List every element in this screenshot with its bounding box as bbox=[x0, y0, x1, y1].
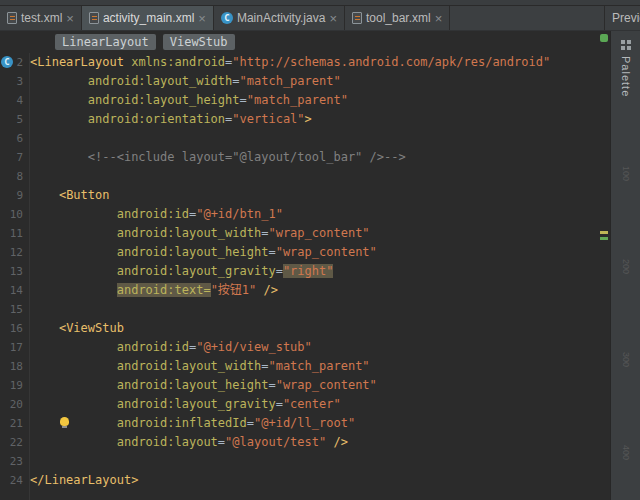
breadcrumb: LinearLayout ViewStub bbox=[0, 31, 640, 53]
line-number: 9 bbox=[16, 189, 23, 202]
tab-label: activity_main.xml bbox=[103, 11, 194, 25]
line-number: 16 bbox=[10, 322, 23, 335]
line-number: 23 bbox=[10, 455, 23, 468]
preview-panel-tab[interactable]: Preview bbox=[604, 6, 640, 30]
code-line[interactable]: android:inflatedId="@+id/ll_root" bbox=[30, 414, 610, 433]
stripe-mark-info[interactable] bbox=[600, 237, 608, 240]
palette-icon bbox=[621, 40, 625, 44]
breadcrumb-viewstub[interactable]: ViewStub bbox=[163, 34, 235, 50]
breadcrumb-linearlayout[interactable]: LinearLayout bbox=[55, 34, 156, 50]
tab-tool-bar-xml[interactable]: tool_bar.xml × bbox=[345, 6, 450, 30]
code-line[interactable]: <Button bbox=[30, 186, 610, 205]
related-class-gutter-icon[interactable]: C bbox=[1, 56, 13, 68]
code-line[interactable]: android:id="@+id/btn_1" bbox=[30, 205, 610, 224]
code-line[interactable] bbox=[30, 300, 610, 319]
code-area[interactable]: <LinearLayout xmlns:android="http://sche… bbox=[30, 53, 610, 500]
code-line[interactable]: android:layout_height="wrap_content" bbox=[30, 243, 610, 262]
code-line[interactable]: <!--<include layout="@layout/tool_bar" /… bbox=[30, 148, 610, 167]
code-line[interactable]: android:layout="@layout/test" /> bbox=[30, 433, 610, 452]
code-line[interactable] bbox=[30, 129, 610, 148]
code-line[interactable]: android:layout_width="match_parent" bbox=[30, 72, 610, 91]
line-number: 20 bbox=[10, 398, 23, 411]
error-stripe bbox=[598, 31, 610, 500]
close-icon[interactable]: × bbox=[435, 12, 443, 25]
line-number: 5 bbox=[16, 113, 23, 126]
right-tool-window-bar: Palette 100 200 300 400 bbox=[610, 31, 640, 500]
code-line[interactable] bbox=[30, 167, 610, 186]
line-number: 22 bbox=[10, 436, 23, 449]
xml-file-icon bbox=[352, 12, 362, 24]
xml-file-icon bbox=[89, 12, 99, 24]
code-line[interactable]: android:orientation="vertical"> bbox=[30, 110, 610, 129]
code-line[interactable] bbox=[30, 452, 610, 471]
close-icon[interactable]: × bbox=[198, 12, 206, 25]
code-line[interactable]: android:id="@+id/view_stub" bbox=[30, 338, 610, 357]
code-line[interactable]: android:layout_height="wrap_content" bbox=[30, 376, 610, 395]
ruler-mark: 100 bbox=[621, 166, 631, 181]
intention-bulb-icon[interactable] bbox=[60, 417, 69, 426]
line-number: 2 bbox=[16, 56, 23, 69]
java-class-icon: C bbox=[221, 12, 233, 24]
line-number: 11 bbox=[10, 227, 23, 240]
code-line[interactable]: android:layout_width="wrap_content" bbox=[30, 224, 610, 243]
code-line[interactable]: <LinearLayout xmlns:android="http://sche… bbox=[30, 53, 610, 72]
ide-window: test.xml × activity_main.xml × C MainAct… bbox=[0, 0, 640, 500]
preview-panel-label: Preview bbox=[612, 11, 640, 25]
line-number: 6 bbox=[16, 132, 23, 145]
code-line[interactable]: <ViewStub bbox=[30, 319, 610, 338]
ruler-mark: 200 bbox=[621, 259, 631, 274]
line-number: 8 bbox=[16, 170, 23, 183]
code-line[interactable]: android:text="按钮1" /> bbox=[30, 281, 610, 300]
code-line[interactable]: android:layout_gravity="center" bbox=[30, 395, 610, 414]
editor-tab-bar: test.xml × activity_main.xml × C MainAct… bbox=[0, 6, 640, 31]
line-number: 19 bbox=[10, 379, 23, 392]
tab-label: tool_bar.xml bbox=[366, 11, 431, 25]
line-number: 12 bbox=[10, 246, 23, 259]
line-number: 3 bbox=[16, 75, 23, 88]
inspection-status-indicator[interactable] bbox=[600, 34, 608, 42]
tab-label: MainActivity.java bbox=[237, 11, 325, 25]
line-number: 24 bbox=[10, 474, 23, 487]
close-icon[interactable]: × bbox=[66, 12, 74, 25]
xml-file-icon bbox=[7, 12, 17, 24]
ruler-mark: 400 bbox=[621, 445, 631, 460]
palette-label: Palette bbox=[620, 56, 632, 97]
tab-mainactivity-java[interactable]: C MainActivity.java × bbox=[214, 6, 345, 30]
stripe-mark-warning[interactable] bbox=[600, 231, 608, 234]
line-number: 4 bbox=[16, 94, 23, 107]
line-number: 7 bbox=[16, 151, 23, 164]
code-line[interactable]: android:layout_width="match_parent" bbox=[30, 357, 610, 376]
line-number: 10 bbox=[10, 208, 23, 221]
palette-tool-button[interactable]: Palette bbox=[611, 31, 640, 97]
code-line[interactable]: </LinearLayout> bbox=[30, 471, 610, 490]
line-number: 17 bbox=[10, 341, 23, 354]
code-line[interactable]: android:layout_gravity="right" bbox=[30, 262, 610, 281]
tab-activity-main-xml[interactable]: activity_main.xml × bbox=[82, 6, 214, 30]
close-icon[interactable]: × bbox=[329, 12, 337, 25]
code-editor[interactable]: C23456789101112131415161718192021222324 … bbox=[0, 53, 610, 500]
line-number: 13 bbox=[10, 265, 23, 278]
line-number: 15 bbox=[10, 303, 23, 316]
line-number: 18 bbox=[10, 360, 23, 373]
ruler-mark: 300 bbox=[621, 352, 631, 367]
tab-label: test.xml bbox=[21, 11, 62, 25]
code-line[interactable]: android:layout_height="match_parent" bbox=[30, 91, 610, 110]
line-number: 14 bbox=[10, 284, 23, 297]
tab-test-xml[interactable]: test.xml × bbox=[0, 6, 82, 30]
line-number-gutter: C23456789101112131415161718192021222324 bbox=[0, 53, 30, 500]
line-number: 21 bbox=[10, 417, 23, 430]
